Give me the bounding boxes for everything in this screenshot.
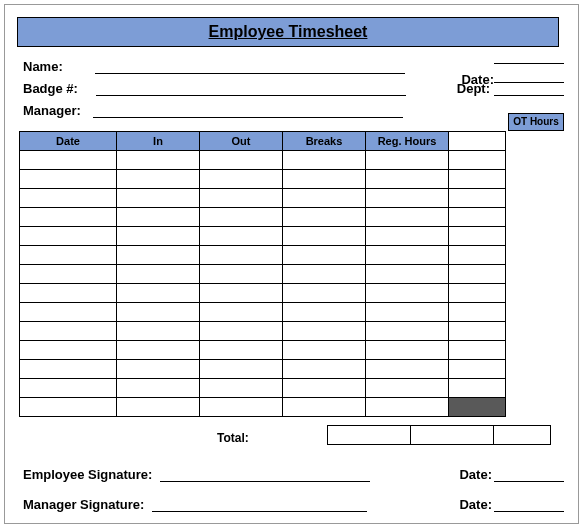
cell-out[interactable] xyxy=(200,303,283,322)
cell-in[interactable] xyxy=(117,265,200,284)
cell-ot[interactable] xyxy=(449,398,506,417)
table-row xyxy=(20,341,506,360)
cell-ot[interactable] xyxy=(449,189,506,208)
cell-out[interactable] xyxy=(200,341,283,360)
cell-reg[interactable] xyxy=(366,379,449,398)
cell-reg[interactable] xyxy=(366,398,449,417)
cell-out[interactable] xyxy=(200,322,283,341)
cell-date[interactable] xyxy=(20,151,117,170)
cell-reg[interactable] xyxy=(366,265,449,284)
cell-ot[interactable] xyxy=(449,208,506,227)
cell-breaks[interactable] xyxy=(283,398,366,417)
input-date-top-extra[interactable] xyxy=(494,49,564,64)
cell-out[interactable] xyxy=(200,398,283,417)
input-manager[interactable] xyxy=(93,103,403,118)
cell-reg[interactable] xyxy=(366,227,449,246)
cell-reg[interactable] xyxy=(366,303,449,322)
input-emp-sig[interactable] xyxy=(160,467,370,482)
cell-breaks[interactable] xyxy=(283,284,366,303)
cell-reg[interactable] xyxy=(366,170,449,189)
cell-in[interactable] xyxy=(117,303,200,322)
cell-reg[interactable] xyxy=(366,341,449,360)
total-reg[interactable] xyxy=(411,426,494,445)
total-ot[interactable] xyxy=(494,426,551,445)
cell-breaks[interactable] xyxy=(283,379,366,398)
cell-out[interactable] xyxy=(200,265,283,284)
cell-in[interactable] xyxy=(117,284,200,303)
cell-date[interactable] xyxy=(20,284,117,303)
cell-breaks[interactable] xyxy=(283,303,366,322)
cell-reg[interactable] xyxy=(366,151,449,170)
cell-in[interactable] xyxy=(117,227,200,246)
cell-date[interactable] xyxy=(20,360,117,379)
cell-ot[interactable] xyxy=(449,284,506,303)
cell-breaks[interactable] xyxy=(283,189,366,208)
cell-date[interactable] xyxy=(20,265,117,284)
cell-ot[interactable] xyxy=(449,303,506,322)
cell-in[interactable] xyxy=(117,360,200,379)
cell-in[interactable] xyxy=(117,208,200,227)
table-row xyxy=(20,322,506,341)
cell-in[interactable] xyxy=(117,189,200,208)
cell-out[interactable] xyxy=(200,227,283,246)
cell-breaks[interactable] xyxy=(283,265,366,284)
table-row xyxy=(20,284,506,303)
cell-ot[interactable] xyxy=(449,360,506,379)
cell-in[interactable] xyxy=(117,398,200,417)
cell-date[interactable] xyxy=(20,170,117,189)
cell-reg[interactable] xyxy=(366,284,449,303)
cell-out[interactable] xyxy=(200,189,283,208)
cell-out[interactable] xyxy=(200,246,283,265)
cell-reg[interactable] xyxy=(366,360,449,379)
total-breaks[interactable] xyxy=(328,426,411,445)
cell-breaks[interactable] xyxy=(283,322,366,341)
cell-breaks[interactable] xyxy=(283,170,366,189)
cell-reg[interactable] xyxy=(366,246,449,265)
cell-date[interactable] xyxy=(20,303,117,322)
input-dept[interactable] xyxy=(494,81,564,96)
cell-ot[interactable] xyxy=(449,322,506,341)
cell-in[interactable] xyxy=(117,246,200,265)
cell-ot[interactable] xyxy=(449,170,506,189)
cell-breaks[interactable] xyxy=(283,227,366,246)
col-header-out: Out xyxy=(200,132,283,151)
cell-reg[interactable] xyxy=(366,189,449,208)
cell-date[interactable] xyxy=(20,341,117,360)
cell-out[interactable] xyxy=(200,284,283,303)
cell-breaks[interactable] xyxy=(283,246,366,265)
cell-in[interactable] xyxy=(117,379,200,398)
cell-out[interactable] xyxy=(200,360,283,379)
cell-date[interactable] xyxy=(20,208,117,227)
cell-breaks[interactable] xyxy=(283,151,366,170)
cell-ot[interactable] xyxy=(449,341,506,360)
cell-date[interactable] xyxy=(20,322,117,341)
cell-date[interactable] xyxy=(20,246,117,265)
input-badge[interactable] xyxy=(96,81,406,96)
cell-in[interactable] xyxy=(117,170,200,189)
cell-date[interactable] xyxy=(20,379,117,398)
input-emp-sig-date[interactable] xyxy=(494,467,564,482)
cell-breaks[interactable] xyxy=(283,341,366,360)
cell-in[interactable] xyxy=(117,151,200,170)
cell-out[interactable] xyxy=(200,208,283,227)
cell-out[interactable] xyxy=(200,379,283,398)
cell-date[interactable] xyxy=(20,227,117,246)
cell-reg[interactable] xyxy=(366,322,449,341)
cell-out[interactable] xyxy=(200,170,283,189)
cell-reg[interactable] xyxy=(366,208,449,227)
cell-breaks[interactable] xyxy=(283,208,366,227)
cell-date[interactable] xyxy=(20,398,117,417)
cell-ot[interactable] xyxy=(449,151,506,170)
cell-ot[interactable] xyxy=(449,227,506,246)
cell-in[interactable] xyxy=(117,341,200,360)
cell-ot[interactable] xyxy=(449,246,506,265)
cell-in[interactable] xyxy=(117,322,200,341)
input-mgr-sig-date[interactable] xyxy=(494,497,564,512)
cell-breaks[interactable] xyxy=(283,360,366,379)
cell-date[interactable] xyxy=(20,189,117,208)
input-mgr-sig[interactable] xyxy=(152,497,367,512)
cell-ot[interactable] xyxy=(449,379,506,398)
input-name[interactable] xyxy=(95,59,405,74)
cell-ot[interactable] xyxy=(449,265,506,284)
cell-out[interactable] xyxy=(200,151,283,170)
